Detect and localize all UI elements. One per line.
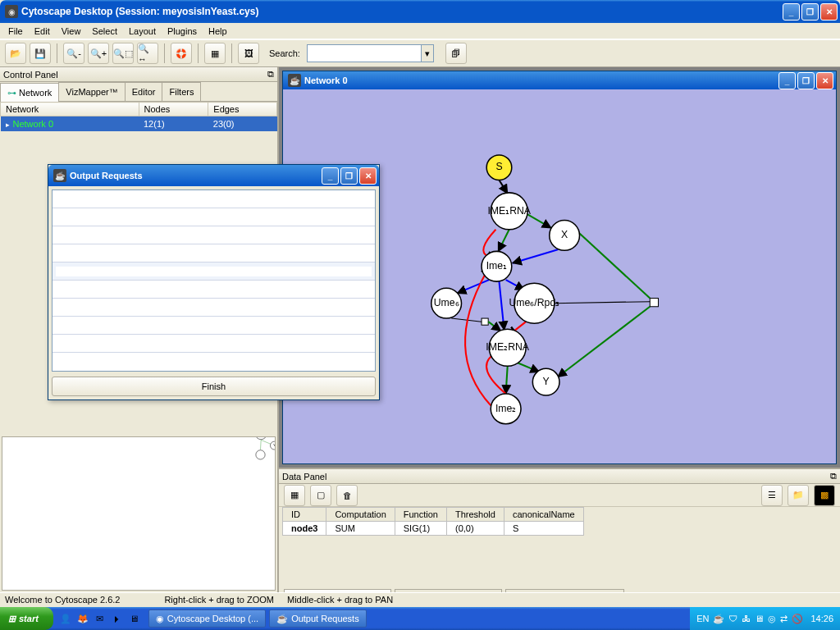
- search-dropdown[interactable]: ▾: [421, 44, 434, 62]
- windows-logo-icon: ⊞: [8, 614, 16, 624]
- network-row[interactable]: ▸Network 0 12(1) 23(0): [1, 116, 277, 132]
- svg-line-21: [499, 180, 507, 194]
- svg-line-25: [457, 280, 489, 293]
- inner-minimize-button[interactable]: _: [778, 72, 796, 89]
- close-button[interactable]: ✕: [820, 3, 838, 21]
- ql-desktop-icon[interactable]: 🖥: [127, 611, 142, 626]
- tree-expand-icon[interactable]: ▸: [6, 121, 10, 129]
- col-network[interactable]: Network: [1, 103, 139, 116]
- screenshot-button[interactable]: 🖼: [238, 43, 259, 64]
- restore-button[interactable]: ❐: [801, 3, 819, 21]
- list-item[interactable]: [52, 317, 375, 335]
- output-request-input[interactable]: [56, 267, 372, 276]
- inner-maximize-button[interactable]: ❐: [797, 72, 815, 89]
- tray-blocked-icon[interactable]: 🚫: [792, 614, 803, 624]
- svg-text:IME₁RNA: IME₁RNA: [487, 205, 531, 217]
- dialog-maximize-button[interactable]: ❐: [340, 167, 358, 185]
- clock[interactable]: 14:26: [810, 614, 833, 623]
- help-button[interactable]: 🛟: [171, 43, 192, 64]
- delete-attr-button[interactable]: 🗑: [336, 485, 358, 506]
- menu-select[interactable]: Select: [87, 25, 122, 38]
- col-edges[interactable]: Edges: [208, 103, 277, 116]
- finish-button[interactable]: Finish: [52, 377, 376, 396]
- data-panel: Data Panel ⧉ ▦ ▢ 🗑 ☰ 📁 ▩ ID Computation …: [279, 468, 840, 607]
- menu-layout[interactable]: Layout: [124, 25, 161, 38]
- tab-editor[interactable]: Editor: [125, 82, 163, 101]
- list-item[interactable]: [52, 226, 375, 244]
- list-item[interactable]: [52, 190, 375, 208]
- undock-icon[interactable]: ⧉: [267, 69, 274, 80]
- status-welcome: Welcome to Cytoscape 2.6.2: [5, 595, 120, 605]
- tray-java-icon[interactable]: ☕: [713, 614, 724, 624]
- col-id[interactable]: ID: [283, 508, 326, 522]
- zoom-out-button[interactable]: 🔍-: [63, 43, 84, 64]
- col-function[interactable]: Function: [395, 508, 446, 522]
- attribute-table[interactable]: ID Computation Function Threshold canoni…: [282, 507, 584, 536]
- undock-icon[interactable]: ⧉: [830, 471, 837, 482]
- open-folder-button[interactable]: 📁: [788, 485, 809, 506]
- menu-edit[interactable]: Edit: [30, 25, 55, 38]
- language-indicator[interactable]: EN: [696, 614, 709, 623]
- col-threshold[interactable]: Threshold: [446, 508, 504, 522]
- tray-network-icon[interactable]: 🖧: [742, 614, 751, 623]
- taskbar-item-cytoscape[interactable]: ◉Cytoscape Desktop (...: [148, 609, 266, 628]
- minimize-button[interactable]: _: [783, 3, 800, 21]
- tab-network[interactable]: ⊶Network: [0, 83, 59, 102]
- tray-nvidia-icon[interactable]: ◎: [768, 614, 776, 624]
- select-attrs-button[interactable]: ▦: [284, 485, 305, 506]
- search-input[interactable]: [307, 44, 422, 62]
- node-ume6rpd3: Ume₆/Rpd₃: [509, 283, 559, 323]
- ql-thunderbird-icon[interactable]: ✉: [93, 611, 107, 626]
- zoom-fit-button[interactable]: 🔍↔: [137, 43, 158, 64]
- search-config-button[interactable]: 🗐: [445, 43, 467, 64]
- col-canonicalname[interactable]: canonicalName: [504, 508, 583, 522]
- dialog-minimize-button[interactable]: _: [322, 167, 339, 185]
- system-tray[interactable]: EN ☕ 🛡 🖧 🖥 ◎ ⇄ 🚫 14:26: [690, 607, 840, 630]
- blank-icon: ▢: [317, 490, 325, 500]
- list-item-current[interactable]: [52, 262, 375, 281]
- save-button[interactable]: 💾: [30, 43, 51, 64]
- app-icon: ◉: [5, 5, 18, 18]
- vizmap-button[interactable]: ▦: [204, 43, 226, 64]
- dialog-titlebar[interactable]: ☕ Output Requests _ ❐ ✕: [48, 165, 379, 186]
- menu-help[interactable]: Help: [203, 25, 232, 38]
- inner-close-button[interactable]: ✕: [816, 72, 833, 89]
- table-row[interactable]: node3 SUM SIG(1) (0,0) S: [283, 522, 584, 536]
- list-item[interactable]: [52, 244, 375, 262]
- menu-file[interactable]: File: [3, 25, 28, 38]
- java-icon: ☕: [288, 74, 301, 87]
- tray-shield-icon[interactable]: 🛡: [728, 614, 737, 623]
- ql-winamp-icon[interactable]: ⏵: [110, 611, 125, 626]
- open-button[interactable]: 📂: [5, 43, 26, 64]
- tab-vizmapper[interactable]: VizMapper™: [58, 82, 125, 101]
- zoom-selected-button[interactable]: 🔍⬚: [112, 43, 134, 64]
- tab-filters[interactable]: Filters: [162, 82, 201, 101]
- col-computation[interactable]: Computation: [326, 508, 395, 522]
- java-icon: ☕: [53, 169, 66, 182]
- tray-display-icon[interactable]: 🖥: [755, 614, 764, 623]
- tray-usb-icon[interactable]: ⇄: [780, 614, 788, 624]
- svg-text:Ime₂: Ime₂: [495, 403, 516, 414]
- list-item[interactable]: [52, 299, 375, 317]
- col-nodes[interactable]: Nodes: [139, 103, 208, 116]
- import-table-button[interactable]: ☰: [761, 485, 783, 506]
- network-window-titlebar[interactable]: ☕ Network 0 _ ❐ ✕: [283, 71, 836, 89]
- ql-msn-icon[interactable]: 👤: [58, 611, 73, 626]
- network-overview[interactable]: S X Y: [2, 436, 276, 591]
- new-attr-button[interactable]: ▢: [310, 485, 331, 506]
- dialog-close-button[interactable]: ✕: [359, 167, 377, 185]
- list-item[interactable]: [52, 335, 375, 353]
- heatmap-button[interactable]: ▩: [814, 485, 835, 506]
- list-item[interactable]: [52, 208, 375, 226]
- ql-firefox-icon[interactable]: 🦊: [75, 611, 90, 626]
- status-hint-zoom: Right-click + drag to ZOOM: [164, 595, 274, 605]
- menu-plugins[interactable]: Plugins: [162, 25, 202, 38]
- output-requests-list[interactable]: [52, 189, 376, 372]
- list-item[interactable]: [52, 281, 375, 299]
- node-ime2: Ime₂: [491, 394, 521, 424]
- menu-view[interactable]: View: [57, 25, 86, 38]
- taskbar-item-output[interactable]: ☕Output Requests: [269, 609, 367, 628]
- zoom-in-button[interactable]: 🔍+: [88, 43, 109, 64]
- start-button[interactable]: ⊞start: [0, 607, 53, 630]
- list-item[interactable]: [52, 353, 375, 371]
